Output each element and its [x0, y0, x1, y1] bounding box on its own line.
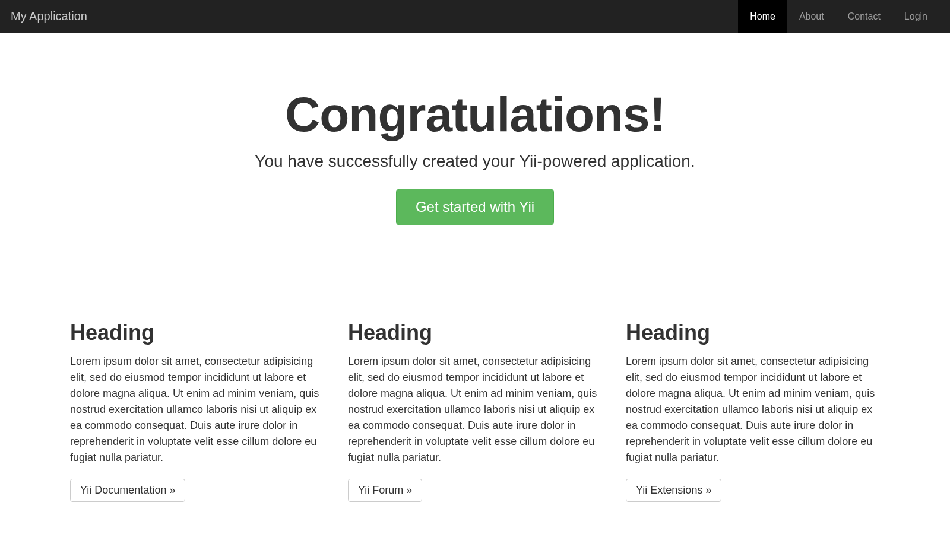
navbar-brand[interactable]: My Application [11, 0, 96, 33]
navbar-nav: Home About Contact Login [738, 0, 939, 33]
feature-heading: Heading [348, 320, 602, 345]
feature-body: Lorem ipsum dolor sit amet, consectetur … [348, 354, 602, 466]
feature-heading: Heading [626, 320, 880, 345]
jumbotron: Congratulations! You have successfully c… [70, 33, 880, 279]
jumbotron-lead: You have successfully created your Yii-p… [70, 152, 880, 171]
main-container: Congratulations! You have successfully c… [59, 33, 891, 532]
get-started-button[interactable]: Get started with Yii [396, 189, 554, 225]
feature-col-3: Heading Lorem ipsum dolor sit amet, cons… [626, 320, 880, 502]
yii-documentation-button[interactable]: Yii Documentation » [70, 479, 185, 502]
nav-item-home[interactable]: Home [738, 0, 787, 33]
navbar: My Application Home About Contact Login [0, 0, 950, 33]
feature-col-1: Heading Lorem ipsum dolor sit amet, cons… [70, 320, 324, 502]
nav-item-login[interactable]: Login [892, 0, 939, 33]
nav-link-contact[interactable]: Contact [836, 0, 892, 33]
jumbotron-title: Congratulations! [70, 87, 880, 142]
nav-item-about[interactable]: About [787, 0, 836, 33]
yii-forum-button[interactable]: Yii Forum » [348, 479, 422, 502]
nav-link-home[interactable]: Home [738, 0, 787, 33]
nav-link-about[interactable]: About [787, 0, 836, 33]
feature-col-2: Heading Lorem ipsum dolor sit amet, cons… [348, 320, 602, 502]
yii-extensions-button[interactable]: Yii Extensions » [626, 479, 721, 502]
feature-heading: Heading [70, 320, 324, 345]
feature-row: Heading Lorem ipsum dolor sit amet, cons… [70, 320, 880, 532]
feature-body: Lorem ipsum dolor sit amet, consectetur … [626, 354, 880, 466]
nav-link-login[interactable]: Login [892, 0, 939, 33]
nav-item-contact[interactable]: Contact [836, 0, 892, 33]
feature-body: Lorem ipsum dolor sit amet, consectetur … [70, 354, 324, 466]
